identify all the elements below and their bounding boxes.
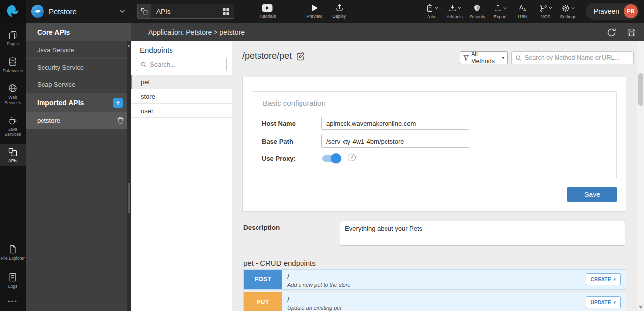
workspace-label: APIs	[156, 8, 223, 15]
imported-apis-header: Imported APIs +	[26, 93, 131, 112]
basic-config-form: Basic configuration Host Name Base Path …	[253, 91, 617, 178]
sidebar-item-security-service[interactable]: Security Service	[26, 59, 131, 76]
workspace-selector[interactable]: APIs	[137, 4, 234, 19]
globe-icon	[8, 83, 18, 93]
method-badge-put: PUT	[244, 292, 282, 311]
add-imported-api-button[interactable]: +	[113, 98, 123, 108]
rail-item-java-services[interactable]: Java Services	[0, 113, 26, 140]
host-name-input[interactable]	[321, 117, 469, 130]
settings-button[interactable]: Settings	[557, 3, 580, 19]
method-search-input[interactable]	[525, 54, 629, 61]
rail-item-logs[interactable]: Logs	[0, 270, 26, 292]
main-scrollbar	[637, 41, 644, 311]
i18n-button[interactable]: I18N	[512, 3, 534, 19]
save-project-button[interactable]	[627, 28, 636, 37]
export-icon	[494, 4, 502, 13]
create-action-button[interactable]: CREATE ▾	[586, 273, 621, 285]
endpoint-path: /	[287, 273, 586, 281]
shield-icon	[473, 4, 481, 13]
core-apis-header: Core APIs	[26, 23, 131, 41]
endpoint-item-pet[interactable]: pet	[131, 75, 232, 89]
sidebar-scrollbar: «	[127, 41, 131, 311]
method-search	[511, 51, 634, 64]
imported-apis-title: Imported APIs	[37, 99, 84, 107]
settings-label: Settings	[560, 14, 577, 19]
scroll-down-arrow[interactable]	[639, 306, 643, 309]
download-icon	[448, 4, 457, 13]
floppy-save-icon	[627, 28, 636, 37]
apis-icon	[8, 147, 18, 157]
project-switcher[interactable]: Petstore	[31, 5, 125, 18]
rail-item-web-services[interactable]: Web Services	[0, 80, 26, 108]
scrollbar-thumb[interactable]	[638, 73, 643, 106]
endpoint-item-user[interactable]: user	[131, 104, 232, 118]
project-name: Petstore	[49, 7, 77, 16]
chevron-down-icon: ▾	[614, 277, 616, 282]
host-name-label: Host Name	[262, 120, 296, 127]
jobs-icon	[426, 4, 434, 13]
topbar: Petstore APIs Tutorials Preview	[0, 0, 644, 23]
endpoint-row-post[interactable]: POST / Add a new pet to the store CREATE…	[243, 269, 626, 290]
endpoint-row-put[interactable]: PUT / Update an existing pet UPDATE ▾	[243, 292, 626, 311]
save-button[interactable]: Save	[567, 187, 617, 202]
base-path-input[interactable]	[321, 135, 469, 148]
main-content: /petstore/pet All Methods ▾ Basic config…	[232, 41, 637, 311]
description-label: Description	[243, 224, 280, 231]
edit-icon[interactable]	[296, 51, 305, 61]
artifacts-button[interactable]: Artifacts	[443, 3, 466, 19]
chevron-down-icon	[458, 7, 461, 9]
description-textarea[interactable]: Everything about your Pets	[340, 221, 625, 246]
refresh-icon	[606, 27, 617, 38]
help-icon[interactable]: ?	[348, 154, 356, 161]
database-icon	[8, 57, 18, 67]
jobs-button[interactable]: Jobs	[421, 3, 443, 19]
preview-label: Preview	[306, 14, 322, 19]
endpoint-summary: Update an existing pet	[287, 305, 586, 311]
deploy-button[interactable]: Deploy	[332, 4, 346, 19]
sidebar-item-soap-service[interactable]: Soap Service	[26, 76, 131, 93]
tutorials-button[interactable]: Tutorials	[259, 4, 276, 19]
breadcrumb: Application: Petstore > petstore	[131, 28, 245, 36]
preview-button[interactable]: Preview	[306, 4, 322, 19]
endpoint-summary: Add a new pet to the store	[287, 282, 586, 288]
artifacts-label: Artifacts	[447, 14, 463, 19]
crud-endpoint-rows: POST / Add a new pet to the store CREATE…	[243, 269, 626, 311]
endpoint-path-title: /petstore/pet	[242, 51, 292, 61]
sidebar-scroll-thumb[interactable]	[128, 183, 130, 213]
use-proxy-toggle[interactable]	[322, 155, 340, 162]
method-filter-select[interactable]: All Methods ▾	[460, 51, 508, 64]
app-grid-icon[interactable]	[223, 8, 229, 15]
export-button[interactable]: Export	[489, 3, 512, 19]
rail-item-apis[interactable]: APIs	[0, 144, 26, 166]
security-button[interactable]: Security	[466, 3, 489, 19]
wavemaker-logo[interactable]	[0, 0, 26, 23]
rail-item-pages[interactable]: Pages	[0, 27, 26, 49]
search-icon	[140, 61, 147, 68]
collapse-sidebar-button[interactable]: «	[126, 42, 131, 50]
jobs-label: Jobs	[427, 14, 436, 19]
apis-mini-icon	[138, 4, 151, 18]
basic-config-title: Basic configuration	[263, 99, 326, 107]
method-badge-post: POST	[244, 270, 282, 289]
toolbar-tools: Jobs Artifacts Security	[421, 3, 580, 19]
user-menu[interactable]: Praveen PR	[586, 3, 639, 20]
rail-item-databases[interactable]: Databases	[0, 54, 26, 76]
update-action-button[interactable]: UPDATE ▾	[586, 296, 621, 308]
refresh-button[interactable]	[606, 27, 617, 38]
endpoint-item-store[interactable]: store	[131, 89, 232, 104]
sidebar-item-java-service[interactable]: Java Service	[26, 41, 131, 59]
vcs-label: VCS	[541, 14, 551, 19]
method-filter-value: All Methods	[471, 51, 500, 65]
endpoints-panel: Endpoints pet store user	[131, 41, 232, 311]
project-avatar	[31, 5, 44, 18]
rail-item-file-explorer[interactable]: File Explorer	[0, 241, 26, 264]
chevron-down-icon	[571, 7, 575, 9]
logs-icon	[8, 272, 18, 282]
sidebar-item-petstore[interactable]: petstore	[26, 112, 131, 129]
rail-more-button[interactable]: •••	[8, 298, 18, 306]
endpoints-search-input[interactable]	[150, 61, 222, 68]
trash-icon[interactable]	[117, 117, 124, 125]
vcs-button[interactable]: VCS	[534, 3, 557, 19]
coffee-icon	[8, 116, 18, 125]
crud-section-title: pet - CRUD endpoints	[243, 259, 316, 267]
